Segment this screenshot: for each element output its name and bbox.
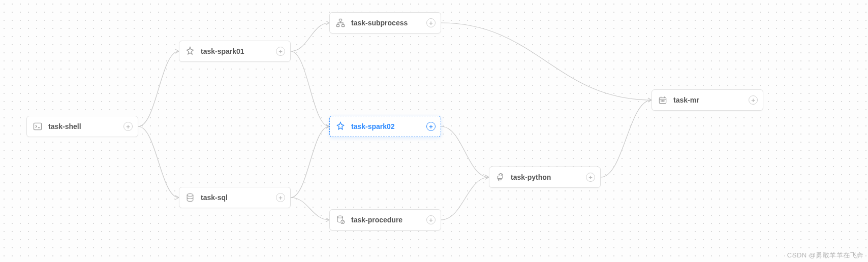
procedure-icon	[335, 214, 346, 225]
add-icon[interactable]: +	[749, 95, 758, 105]
svg-rect-0	[34, 123, 42, 129]
node-task-mr[interactable]: MR task-mr +	[652, 89, 763, 111]
node-label: task-procedure	[351, 216, 426, 224]
svg-point-5	[337, 216, 343, 218]
node-task-procedure[interactable]: task-procedure +	[329, 209, 441, 231]
node-label: task-python	[511, 173, 586, 181]
add-icon[interactable]: +	[276, 193, 285, 202]
edge	[601, 100, 652, 177]
node-label: task-mr	[673, 96, 749, 104]
svg-rect-3	[337, 24, 339, 26]
edge-arrow	[175, 195, 179, 200]
edge-arrow	[326, 21, 329, 25]
svg-text:MR: MR	[661, 100, 665, 103]
edge-arrow	[326, 124, 329, 128]
node-task-spark02[interactable]: task-spark02 +	[329, 116, 441, 137]
node-label: task-shell	[48, 122, 123, 130]
edge	[441, 126, 489, 177]
spark-icon	[184, 46, 196, 57]
spark-icon	[335, 121, 346, 132]
edge-arrow	[175, 49, 179, 53]
python-icon	[494, 172, 506, 183]
mr-icon: MR	[657, 94, 668, 106]
edge-arrow	[326, 124, 329, 128]
add-icon[interactable]: +	[586, 173, 595, 182]
edge	[291, 198, 329, 220]
edge	[291, 126, 329, 198]
terminal-icon	[32, 121, 43, 132]
sql-icon	[184, 192, 196, 203]
node-task-sql[interactable]: task-sql +	[179, 187, 291, 208]
watermark-text: CSDN @勇敢羊羊在飞奔	[787, 251, 864, 260]
edge-arrow	[648, 98, 652, 102]
edge-arrow	[485, 175, 489, 179]
edge	[291, 51, 329, 126]
node-task-spark01[interactable]: task-spark01 +	[179, 41, 291, 62]
svg-rect-2	[339, 19, 342, 21]
add-icon[interactable]: +	[123, 122, 133, 131]
edge-arrow	[485, 175, 489, 179]
add-icon[interactable]: +	[426, 122, 436, 131]
svg-point-8	[501, 179, 501, 180]
node-label: task-subprocess	[351, 19, 426, 27]
edge	[441, 23, 652, 100]
svg-point-7	[499, 174, 500, 175]
edge	[441, 177, 489, 220]
svg-rect-4	[342, 24, 345, 26]
node-label: task-sql	[201, 193, 276, 202]
edge	[138, 51, 179, 126]
node-task-python[interactable]: task-python +	[489, 167, 601, 188]
node-label: task-spark02	[351, 122, 426, 130]
node-label: task-spark01	[201, 47, 276, 55]
svg-point-1	[187, 194, 193, 196]
add-icon[interactable]: +	[426, 215, 436, 224]
add-icon[interactable]: +	[426, 18, 436, 27]
edge-arrow	[326, 218, 329, 222]
node-task-shell[interactable]: task-shell +	[26, 116, 138, 137]
edge	[291, 23, 329, 51]
edge	[138, 126, 179, 198]
add-icon[interactable]: +	[276, 47, 285, 56]
subprocess-icon	[335, 17, 346, 28]
edge-arrow	[648, 98, 652, 102]
node-task-subprocess[interactable]: task-subprocess +	[329, 12, 441, 34]
